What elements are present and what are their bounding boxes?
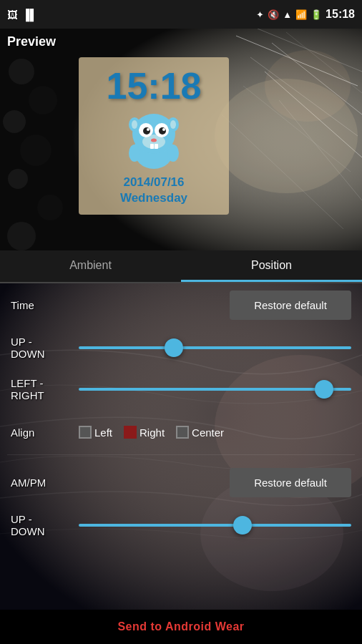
time-leftright-thumb[interactable] <box>315 380 333 399</box>
time-align-row: Align Left Right Center <box>0 410 362 454</box>
cell-signal-icon: 📶 <box>295 9 307 20</box>
status-time: 15:18 <box>326 8 355 21</box>
ampm-restore-button[interactable]: Restore default <box>230 468 351 497</box>
time-leftright-row: LEFT - RIGHT <box>0 369 362 410</box>
bluetooth-icon: ✦ <box>256 9 264 20</box>
mute-icon: 🔇 <box>268 9 279 20</box>
section-divider <box>7 454 355 455</box>
align-center-option[interactable]: Center <box>176 426 224 439</box>
time-leftright-label: LEFT - RIGHT <box>11 377 75 401</box>
preview-label: Preview <box>7 34 56 49</box>
align-center-radio[interactable] <box>176 426 189 439</box>
settings-section: Time Restore default UP - DOWN LEFT - RI… <box>0 283 362 610</box>
align-right-label: Right <box>140 426 165 439</box>
time-updown-row: UP - DOWN <box>0 327 362 369</box>
time-section-header: Time Restore default <box>0 283 362 327</box>
widget-date: 2014/07/16 Wednesday <box>120 175 187 206</box>
svg-point-5 <box>20 135 52 166</box>
time-updown-thumb[interactable] <box>165 338 183 357</box>
status-left-icons: 🖼 ▐▌ <box>7 9 37 21</box>
svg-point-2 <box>9 59 34 84</box>
time-leftright-slider[interactable] <box>79 379 351 400</box>
align-left-radio[interactable] <box>79 426 92 439</box>
widget-clock-time: 15:18 <box>107 66 202 107</box>
clock-widget: 15:18 <box>79 57 229 215</box>
time-leftright-track <box>79 388 351 391</box>
align-label: Align <box>11 426 75 439</box>
status-right-icons: ✦ 🔇 ▲ 📶 🔋 15:18 <box>256 8 355 21</box>
svg-point-32 <box>132 120 137 129</box>
svg-rect-34 <box>150 144 154 149</box>
ampm-updown-thumb[interactable] <box>233 516 252 535</box>
align-left-label: Left <box>94 426 112 439</box>
image-icon: 🖼 <box>7 9 18 21</box>
ampm-updown-label: UP - DOWN <box>11 513 75 537</box>
svg-rect-35 <box>155 144 158 149</box>
svg-point-3 <box>29 86 57 114</box>
svg-point-7 <box>37 195 63 220</box>
battery-icon: 🔋 <box>310 9 322 20</box>
align-right-option[interactable]: Right <box>124 426 165 439</box>
ampm-updown-row: UP - DOWN <box>0 504 362 546</box>
time-updown-label: UP - DOWN <box>11 336 75 360</box>
svg-point-4 <box>3 110 26 133</box>
send-to-android-wear-button[interactable]: Send to Android Wear <box>0 610 362 644</box>
svg-point-28 <box>162 128 165 131</box>
tab-ambient[interactable]: Ambient <box>0 250 181 282</box>
signal-bars-icon: ▐▌ <box>22 9 37 21</box>
svg-point-37 <box>167 145 179 162</box>
time-restore-button[interactable]: Restore default <box>230 291 351 320</box>
ampm-updown-slider[interactable] <box>79 514 351 536</box>
svg-point-25 <box>143 127 150 135</box>
mascot-image <box>122 109 186 173</box>
svg-point-27 <box>147 128 150 131</box>
svg-point-33 <box>170 120 176 129</box>
svg-point-36 <box>129 145 140 162</box>
ampm-label: AM/PM <box>11 477 75 489</box>
tab-position[interactable]: Position <box>181 250 362 282</box>
status-bar: 🖼 ▐▌ ✦ 🔇 ▲ 📶 🔋 15:18 <box>0 0 362 29</box>
svg-point-8 <box>7 222 36 250</box>
svg-point-6 <box>8 169 28 189</box>
align-options: Left Right Center <box>79 426 351 439</box>
svg-point-19 <box>265 50 351 122</box>
align-center-label: Center <box>192 426 224 439</box>
preview-section: Preview 15:18 <box>0 29 362 250</box>
ampm-updown-track <box>79 524 351 527</box>
svg-point-26 <box>159 127 166 135</box>
time-updown-track <box>79 346 351 349</box>
wifi-icon: ▲ <box>283 9 292 20</box>
time-updown-slider[interactable] <box>79 337 351 358</box>
time-label: Time <box>11 299 75 311</box>
align-right-radio[interactable] <box>124 426 137 439</box>
ampm-section-header: AM/PM Restore default <box>0 461 362 504</box>
tab-bar: Ambient Position <box>0 250 362 283</box>
svg-point-29 <box>151 138 157 142</box>
align-left-option[interactable]: Left <box>79 426 112 439</box>
